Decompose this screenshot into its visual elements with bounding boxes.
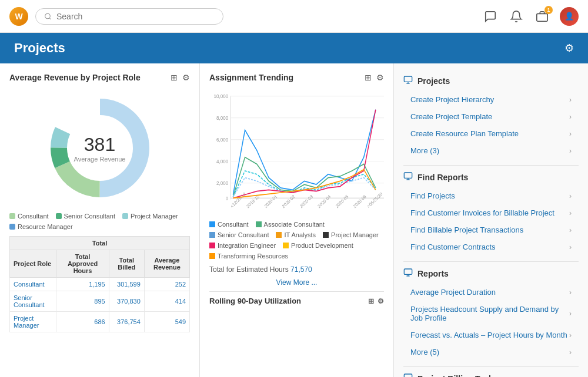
svg-rect-29 — [404, 76, 412, 82]
nav-more-reports[interactable]: More (5) › — [403, 344, 579, 361]
nav-more-projects[interactable]: More (3) › — [403, 142, 579, 159]
chevron-icon: › — [569, 96, 572, 104]
svg-text:4,000: 4,000 — [216, 159, 228, 165]
left-widget-icons: ⊞ ⚙ — [171, 73, 190, 82]
nav-avg-duration[interactable]: Average Project Duration › — [403, 284, 579, 301]
divider-1 — [403, 165, 579, 166]
table-total-header: Total — [10, 237, 190, 250]
section-reports-header: Reports — [403, 268, 579, 279]
legend-chart-it: IT Analysts — [276, 231, 316, 238]
legend-dot-pm — [122, 213, 128, 219]
main-content: Average Revenue by Project Role ⊞ ⚙ — [0, 63, 588, 377]
workbox-icon[interactable]: 1 — [534, 8, 550, 25]
section-projects-header: Projects — [403, 75, 579, 86]
rolling-icons: ⊞ ⚙ — [368, 297, 384, 305]
left-panel: Average Revenue by Project Role ⊞ ⚙ — [0, 63, 200, 377]
role-consultant[interactable]: Consultant — [10, 278, 56, 291]
svg-text:2020-02: 2020-02 — [281, 194, 296, 209]
view-more-button[interactable]: View More ... — [209, 278, 384, 287]
workbox-badge: 1 — [544, 6, 553, 14]
legend-dot-senior — [56, 213, 62, 219]
assignment-chart: 10,000 8,000 6,000 4,000 2,000 0 <12/25/… — [209, 89, 384, 218]
svg-rect-35 — [404, 269, 412, 274]
chevron-icon: › — [569, 130, 572, 138]
chevron-icon: › — [569, 113, 572, 121]
col-approved: Total Approved Hours — [56, 250, 109, 278]
donut-center: 381 Average Revenue — [74, 134, 126, 163]
nav-find-invoices[interactable]: Find Customer Invoices for Billable Proj… — [403, 204, 579, 221]
chevron-icon: › — [569, 348, 572, 356]
logo[interactable]: W — [9, 7, 28, 26]
nav-create-hierarchy[interactable]: Create Project Hierarchy › — [403, 91, 579, 108]
nav-find-transactions[interactable]: Find Billable Project Transactions › — [403, 221, 579, 238]
legend-resource-manager: Resource Manager — [9, 223, 73, 230]
search-input[interactable] — [56, 12, 215, 21]
revenue-senior: 414 — [144, 291, 189, 312]
nav-create-template[interactable]: Create Project Template › — [403, 108, 579, 125]
settings-icon[interactable]: ⚙ — [564, 42, 574, 55]
avatar[interactable]: 👤 — [560, 7, 579, 26]
legend-chart-integration: Integration Engineer — [209, 242, 276, 249]
nav-find-contracts[interactable]: Find Customer Contracts › — [403, 238, 579, 255]
search-bar[interactable] — [35, 8, 223, 25]
settings-icon[interactable]: ⚙ — [182, 73, 190, 82]
svg-text:2020-04: 2020-04 — [317, 194, 332, 209]
donut-chart: 381 Average Revenue — [41, 89, 159, 207]
total-hours: Total for Estimated Hours 71,570 — [209, 265, 384, 274]
rolling-title: Rolling 90-Day Utilization — [209, 297, 301, 305]
chart-legend: Consultant Associate Consultant Senior C… — [209, 221, 384, 260]
legend-chart-product: Product Development — [283, 242, 353, 249]
billed-pm: 376,754 — [109, 312, 144, 332]
legend-dot-consultant — [9, 213, 15, 219]
role-senior[interactable]: Senior Consultant — [10, 291, 56, 312]
svg-point-0 — [45, 14, 51, 19]
bell-icon[interactable] — [508, 8, 524, 25]
donut-container: 381 Average Revenue — [9, 89, 190, 207]
nav-find-projects[interactable]: Find Projects › — [403, 187, 579, 204]
svg-text:2020-01: 2020-01 — [263, 194, 278, 209]
reports-section-icon — [403, 268, 413, 279]
chevron-icon: › — [569, 226, 572, 234]
svg-text:2,000: 2,000 — [216, 180, 228, 187]
col-billed: Total Billed — [109, 250, 144, 278]
filter-icon[interactable]: ⊞ — [171, 73, 178, 82]
legend-chart-pm: Project Manager — [323, 231, 379, 238]
rolling-header: Rolling 90-Day Utilization ⊞ ⚙ — [209, 291, 384, 305]
rolling-settings-icon[interactable]: ⚙ — [377, 297, 384, 305]
legend-chart-assoc: Associate Consultant — [256, 221, 325, 228]
projects-section-title: Projects — [417, 76, 450, 86]
svg-text:8,000: 8,000 — [216, 115, 228, 122]
svg-text:6,000: 6,000 — [216, 137, 228, 143]
find-reports-section-icon — [403, 171, 413, 183]
approved-consultant: 1,195 — [56, 278, 109, 291]
legend-chart-senior: Senior Consultant — [209, 231, 269, 238]
svg-text:2020-03: 2020-03 — [299, 194, 313, 209]
divider-3 — [403, 366, 579, 367]
billed-consultant: 301,599 — [109, 278, 144, 291]
chevron-icon: › — [569, 209, 572, 217]
svg-text:10,000: 10,000 — [214, 93, 229, 100]
nav-create-resource-plan[interactable]: Create Resource Plan Template › — [403, 125, 579, 142]
nav-right: 1 👤 — [482, 7, 579, 26]
left-widget-header: Average Revenue by Project Role ⊞ ⚙ — [9, 73, 190, 82]
chevron-icon: › — [569, 147, 572, 155]
col-revenue: Average Revenue — [144, 250, 189, 278]
settings-icon-mid[interactable]: ⚙ — [376, 73, 384, 82]
section-find-reports-header: Find Reports — [403, 171, 579, 183]
role-pm[interactable]: Project Manager — [10, 312, 56, 332]
svg-text:2020-05: 2020-05 — [335, 194, 349, 209]
chevron-icon: › — [569, 331, 572, 339]
svg-text:2020-06: 2020-06 — [352, 194, 367, 209]
chat-icon[interactable] — [482, 8, 499, 25]
page-title: Projects — [14, 41, 65, 56]
nav-headcount-supply[interactable]: Projects Headcount Supply and Demand by … — [403, 301, 579, 326]
revenue-consultant: 252 — [144, 278, 189, 291]
filter-icon-mid[interactable]: ⊞ — [365, 73, 372, 82]
rolling-filter-icon[interactable]: ⊞ — [368, 297, 374, 305]
donut-label: Average Revenue — [74, 156, 126, 163]
nav-forecast-actuals[interactable]: Forecast vs. Actuals – Project Hours by … — [403, 326, 579, 344]
chevron-icon: › — [569, 243, 572, 251]
billing-tasks-section-icon — [403, 373, 413, 377]
legend-dot-rm — [9, 224, 15, 230]
page-header: Projects ⚙ — [0, 33, 588, 63]
